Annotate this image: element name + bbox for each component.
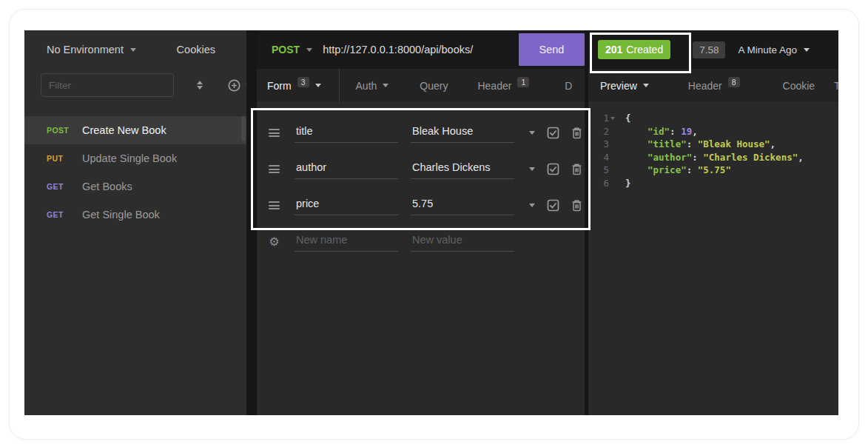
response-body-json[interactable]: 1 { 2 "id": 19, 3 "title": "Bleak House"… (588, 103, 838, 189)
tab-query-label: Query (420, 80, 448, 92)
request-name: Get Single Book (82, 209, 160, 221)
header-count-badge: 1 (517, 77, 529, 87)
tab-preview[interactable]: Preview (600, 80, 649, 92)
form-name-input[interactable] (295, 160, 398, 179)
request-item-get-single-book[interactable]: GET Get Single Book (24, 201, 246, 229)
form-value-input[interactable] (411, 124, 514, 143)
response-header-count-badge: 8 (728, 77, 740, 87)
gear-icon[interactable]: ⚙ (269, 235, 280, 249)
fold-caret-icon[interactable] (609, 112, 616, 125)
new-name-input[interactable] (295, 232, 398, 252)
response-panel: 201 Created 7.58 A Minute Ago Preview He… (588, 30, 838, 415)
new-value-input[interactable] (411, 232, 514, 252)
drag-handle-icon[interactable] (269, 201, 280, 209)
request-name: Get Books (82, 181, 132, 192)
tab-timeline-clipped[interactable]: T (834, 80, 838, 92)
json-line: 3 "title": "Bleak House", (599, 138, 838, 151)
json-line: 6 } (599, 177, 838, 190)
row-enabled-checkbox[interactable] (547, 163, 559, 175)
chevron-down-icon (529, 167, 535, 171)
response-time: 7.58 (693, 41, 725, 58)
request-tabs: Form 3 Auth Query Header 1 D (257, 69, 585, 103)
tab-cookie-label: Cookie (783, 80, 815, 92)
tab-cookie[interactable]: Cookie (783, 80, 815, 92)
row-enabled-checkbox[interactable] (547, 199, 559, 212)
checkbox-checked-icon (547, 163, 559, 175)
method-tag: PUT (47, 154, 72, 163)
json-line: 4 "author": "Charles Dickens", (599, 151, 838, 164)
form-row-title (257, 115, 585, 151)
request-item-create-new-book[interactable]: POST Create New Book (24, 116, 246, 144)
value-type-dropdown[interactable] (529, 131, 535, 135)
form-name-input[interactable] (295, 196, 398, 215)
chevron-down-icon (529, 131, 535, 135)
sidebar-scrollbar-thumb[interactable] (241, 116, 246, 141)
delete-row-button[interactable] (571, 199, 582, 212)
row-enabled-checkbox[interactable] (547, 127, 559, 139)
response-age-label: A Minute Ago (738, 44, 797, 56)
send-button[interactable]: Send (519, 33, 585, 66)
form-body-editor: ⚙ (257, 103, 585, 260)
url-bar: POST http://127.0.0.1:8000/api/books/ Se… (257, 30, 585, 69)
chevron-down-icon (529, 204, 535, 207)
request-list: POST Create New Book PUT Update Single B… (24, 116, 246, 229)
sort-down-arrow-icon (197, 86, 203, 90)
environment-selector[interactable]: No Environment (47, 44, 136, 56)
request-name: Create New Book (82, 124, 166, 136)
status-code: 201 (605, 44, 622, 56)
sidebar-filter-row (24, 69, 246, 101)
trash-icon (571, 199, 582, 212)
form-value-input[interactable] (411, 196, 514, 215)
tab-query[interactable]: Query (420, 80, 448, 92)
tab-header-label: Header (477, 80, 511, 92)
form-value-input[interactable] (411, 160, 514, 179)
json-line: 2 "id": 19, (599, 125, 838, 138)
form-name-input[interactable] (295, 124, 398, 143)
method-dropdown[interactable]: POST (272, 44, 312, 56)
tab-header[interactable]: Header 1 (477, 80, 529, 92)
request-name: Update Single Book (82, 152, 177, 164)
tab-docs-label: D (565, 80, 572, 92)
value-type-dropdown[interactable] (529, 204, 535, 207)
status-badge: 201 Created (598, 40, 670, 59)
response-age-dropdown[interactable]: A Minute Ago (738, 44, 810, 56)
value-type-dropdown[interactable] (529, 167, 535, 171)
drag-handle-icon[interactable] (269, 165, 280, 173)
sort-up-arrow-icon (197, 81, 203, 84)
status-text: Created (626, 44, 663, 56)
form-count-badge: 3 (297, 77, 309, 87)
environment-label: No Environment (47, 44, 124, 56)
tab-preview-label: Preview (600, 80, 637, 92)
cookies-button[interactable]: Cookies (177, 44, 215, 56)
tab-response-header-label: Header (688, 80, 722, 92)
tab-form[interactable]: Form 3 (267, 80, 321, 92)
form-row-author (257, 151, 585, 187)
sort-icon[interactable] (197, 81, 203, 90)
drag-handle-icon[interactable] (269, 129, 280, 137)
screenshot-stage: No Environment Cookies (0, 0, 868, 447)
request-item-update-single-book[interactable]: PUT Update Single Book (24, 144, 246, 172)
filter-input[interactable] (41, 73, 174, 97)
request-panel: POST http://127.0.0.1:8000/api/books/ Se… (257, 30, 585, 415)
response-tabs: Preview Header 8 Cookie T (588, 69, 838, 103)
plus-circle-icon (228, 79, 240, 92)
url-text[interactable]: http://127.0.0.1:8000/api/books/ (323, 44, 473, 56)
tab-docs-clipped[interactable]: D (565, 80, 572, 92)
delete-row-button[interactable] (571, 127, 582, 139)
checkbox-checked-icon (547, 199, 559, 212)
request-item-get-books[interactable]: GET Get Books (24, 172, 246, 201)
method-tag: GET (47, 210, 72, 219)
method-tag: GET (47, 182, 72, 191)
panel-divider[interactable] (246, 30, 257, 415)
tab-form-label: Form (267, 80, 292, 92)
form-row-price (257, 187, 585, 223)
tab-response-header[interactable]: Header 8 (688, 80, 740, 92)
chevron-down-icon (383, 84, 388, 87)
tab-auth-label: Auth (356, 80, 377, 92)
api-client-window: No Environment Cookies (24, 30, 838, 415)
delete-row-button[interactable] (571, 163, 582, 175)
method-tag: POST (47, 126, 72, 135)
chevron-down-icon (315, 84, 321, 87)
sidebar: No Environment Cookies (24, 30, 246, 415)
tab-auth[interactable]: Auth (356, 80, 389, 92)
